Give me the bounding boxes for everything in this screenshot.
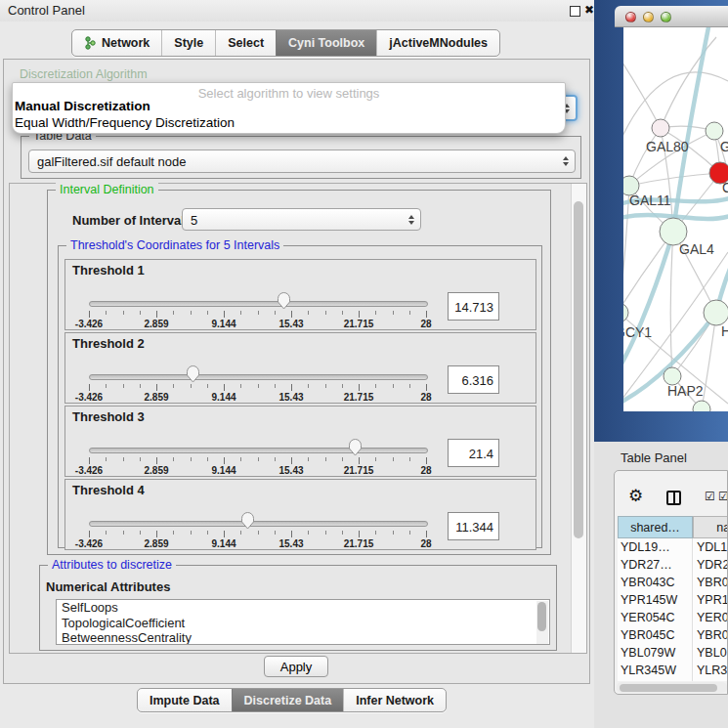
popup-option-equal-width-frequency[interactable]: Equal Width/Frequency Discretization [15, 115, 235, 130]
cell-name[interactable]: YBR0… [693, 626, 728, 644]
tick-label: 15.43 [278, 319, 303, 329]
tab-jactivemnodules[interactable]: jActiveMNodules [376, 30, 499, 56]
cell-shared-name[interactable]: YER054C [618, 609, 693, 626]
table-rows[interactable]: YDL19…YDL1…YDR27…YDR2…YBR043CYBR0…YPR145… [618, 538, 728, 681]
cell-shared-name[interactable]: YBR043C [618, 574, 693, 591]
cell-name[interactable]: YIL0… [693, 679, 728, 681]
scrollbar-thumb[interactable] [620, 684, 717, 692]
numerical-attributes-list[interactable]: SelfLoopsTopologicalCoefficientBetweenne… [56, 599, 550, 645]
network-canvas[interactable]: GAL80GCGAL11GAL4GCY1HHAP2 [623, 27, 728, 411]
attribute-item[interactable]: BetweennessCentrality [57, 630, 549, 645]
thresholds-group: Threshold's Coordinates for 5 Intervals … [58, 245, 542, 548]
threshold-value-box[interactable]: 6.316 [448, 365, 499, 394]
cell-name[interactable]: YBL0… [693, 644, 728, 662]
app-screen: Control Panel ✖ NetworkStyleSelectCyni T… [0, 0, 728, 728]
slider-track[interactable] [89, 374, 428, 380]
tick-label: 15.43 [278, 392, 303, 403]
cell-name[interactable]: YLR3… [693, 662, 728, 679]
cell-shared-name[interactable]: YLR345W [618, 662, 693, 679]
scrollbar-thumb[interactable] [537, 602, 546, 631]
cell-name[interactable]: YDR2… [693, 556, 728, 574]
slider-track[interactable] [89, 521, 428, 527]
tab-discretize-data[interactable]: Discretize Data [232, 689, 344, 711]
threshold-value-box[interactable]: 14.713 [448, 292, 499, 321]
slider-track[interactable] [89, 301, 428, 307]
cell-shared-name[interactable]: YPR145W [618, 591, 693, 609]
mac-minimize-button[interactable] [643, 12, 654, 22]
cell-shared-name[interactable]: YBR045C [618, 626, 693, 644]
discretization-algorithm-title: Discretization Algorithm [20, 67, 148, 81]
apply-button[interactable]: Apply [264, 656, 328, 677]
cyni-toolbox-content: Discretization Algorithm Table Data galF… [3, 59, 590, 684]
network-node-label: GAL4 [679, 241, 714, 257]
cell-name[interactable]: YDL1… [693, 538, 728, 556]
cell-name[interactable]: YER0… [693, 609, 728, 626]
column-header-shared-name[interactable]: shared… [618, 516, 693, 538]
threshold-slider[interactable]: -3.4262.8599.14415.4321.71528 [89, 363, 426, 404]
slider-tick-labels: -3.4262.8599.14415.4321.71528 [89, 319, 426, 330]
mac-zoom-button[interactable] [661, 12, 671, 22]
number-of-intervals-combobox[interactable]: 5 [182, 208, 421, 231]
tab-select[interactable]: Select [215, 30, 276, 56]
settings-scrollbar[interactable] [571, 184, 586, 653]
attribute-list-scrollbar[interactable] [536, 601, 548, 644]
network-edge[interactable] [623, 57, 661, 128]
tick-label: 9.144 [211, 465, 236, 476]
network-window-titlebar[interactable] [615, 6, 728, 27]
number-of-intervals-value: 5 [191, 212, 197, 227]
slider-thumb[interactable] [240, 511, 255, 530]
table-row[interactable]: YPR145WYPR1… [618, 591, 728, 609]
cell-shared-name[interactable]: YDL19… [618, 538, 693, 556]
mac-close-button[interactable] [625, 12, 636, 22]
float-window-icon[interactable] [570, 6, 580, 17]
network-graph[interactable]: GAL80GCGAL11GAL4GCY1HHAP2 [623, 27, 728, 411]
threshold-slider[interactable]: -3.4262.8599.14415.4321.71528 [89, 289, 426, 330]
network-icon [84, 36, 97, 50]
network-edge[interactable] [661, 37, 716, 128]
table-row[interactable]: YBR043CYBR0… [618, 574, 728, 591]
threshold-value-box[interactable]: 21.4 [448, 439, 499, 467]
table-data-combobox[interactable]: galFiltered.sif default node [28, 150, 576, 173]
slider-thumb[interactable] [348, 438, 363, 456]
table-row[interactable]: YER054CYER0… [618, 609, 728, 626]
checkbox-icon[interactable]: ☑ [718, 490, 728, 503]
table-row[interactable]: YLR345WYLR3… [618, 662, 728, 679]
slider-thumb[interactable] [277, 291, 291, 310]
checkbox-icon[interactable]: ☑ [705, 490, 715, 503]
cell-name[interactable]: YPR1… [693, 591, 728, 609]
network-node[interactable] [706, 122, 723, 140]
network-edge[interactable] [670, 232, 673, 376]
popup-option-manual-discretization[interactable]: Manual Discretization [15, 99, 150, 113]
threshold-slider[interactable]: -3.4262.8599.14415.4321.71528 [89, 436, 426, 477]
tab-cyni-toolbox[interactable]: Cyni Toolbox [276, 30, 376, 56]
slider-thumb[interactable] [186, 364, 200, 383]
tab-style[interactable]: Style [161, 30, 215, 56]
cell-shared-name[interactable]: YDR27… [618, 556, 693, 574]
threshold-slider[interactable]: -3.4262.8599.14415.4321.71528 [89, 509, 426, 550]
tab-network[interactable]: Network [72, 30, 161, 56]
network-node[interactable] [623, 303, 628, 322]
scrollbar-thumb[interactable] [574, 201, 583, 538]
table-row[interactable]: YBR045CYBR0… [618, 626, 728, 644]
attribute-item[interactable]: SelfLoops [57, 600, 549, 616]
table-row[interactable]: YIL052CYIL0… [618, 679, 728, 681]
gear-icon[interactable]: ⚙ [628, 486, 643, 505]
tab-infer-network[interactable]: Infer Network [343, 689, 446, 711]
table-row[interactable]: YBL079WYBL0… [618, 644, 728, 662]
attribute-item[interactable]: TopologicalCoefficient [57, 616, 549, 631]
cell-name[interactable]: YBR0… [693, 574, 728, 591]
column-header-name[interactable]: name [693, 516, 728, 538]
table-row[interactable]: YDL19…YDL1… [618, 538, 728, 556]
table-horizontal-scrollbar[interactable] [617, 682, 727, 693]
slider-track[interactable] [89, 448, 428, 453]
cell-shared-name[interactable]: YBL079W [618, 644, 693, 662]
network-node[interactable] [704, 300, 728, 325]
threshold-value-box[interactable]: 11.344 [448, 512, 499, 540]
network-edge-highlighted[interactable] [623, 232, 673, 371]
close-icon[interactable]: ✖ [584, 3, 594, 17]
network-node[interactable] [652, 119, 669, 137]
split-columns-icon[interactable] [666, 491, 681, 505]
table-row[interactable]: YDR27…YDR2… [618, 556, 728, 574]
tab-impute-data[interactable]: Impute Data [138, 689, 232, 711]
cell-shared-name[interactable]: YIL052C [618, 679, 693, 681]
